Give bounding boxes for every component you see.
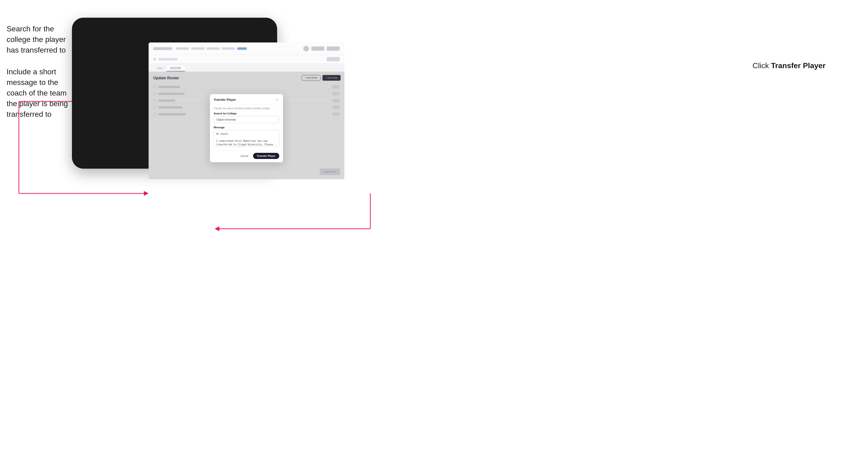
cancel-button[interactable]: Cancel xyxy=(238,153,250,159)
breadcrumb xyxy=(158,58,177,60)
college-search-input[interactable] xyxy=(214,116,279,123)
annotation-transfer-text: Transfer Player xyxy=(771,61,826,70)
modal-footer: Cancel Transfer Player xyxy=(210,150,283,162)
user-avatar xyxy=(303,46,309,52)
main-content: Update Roster + Add Athlete + Link Roste… xyxy=(149,72,344,179)
svg-marker-4 xyxy=(144,191,149,196)
annotation-right: Click Transfer Player xyxy=(753,61,826,70)
sub-header xyxy=(149,55,344,64)
modal-body: Transfer the player and their profile to… xyxy=(210,104,283,150)
nav-team xyxy=(191,48,204,50)
tablet-screen: View ROSTER Update Roster + Add Athlete … xyxy=(149,42,344,179)
transfer-player-button[interactable]: Transfer Player xyxy=(253,153,280,159)
order-btn xyxy=(327,57,340,61)
message-label: Message xyxy=(214,126,279,129)
message-textarea[interactable]: Hi Coach, I understand Chris Robertson h… xyxy=(214,130,279,147)
annotation-left: Search for the college the player has tr… xyxy=(7,24,73,131)
annotation-search-text: Search for the college the player has tr… xyxy=(7,24,73,55)
college-label: Search for College xyxy=(214,112,279,115)
header-nav xyxy=(176,48,247,50)
back-icon xyxy=(153,58,156,60)
app-logo xyxy=(153,47,172,50)
save-draft-btn xyxy=(311,46,324,51)
settings-btn xyxy=(327,46,340,51)
modal-overlay: Transfer Player × Transfer the player an… xyxy=(149,72,344,179)
tablet-frame: View ROSTER Update Roster + Add Athlete … xyxy=(72,18,277,168)
nav-roster xyxy=(207,48,220,50)
modal-subtitle: Transfer the player and their profile to… xyxy=(214,107,279,110)
app-header xyxy=(149,42,344,55)
close-icon[interactable]: × xyxy=(275,97,279,102)
nav-community xyxy=(176,48,189,50)
header-right xyxy=(303,46,340,52)
modal-header: Transfer Player × xyxy=(210,94,283,104)
nav-active xyxy=(237,48,247,50)
modal-title: Transfer Player xyxy=(214,98,236,101)
tab-bar: View ROSTER xyxy=(149,64,344,72)
transfer-player-modal: Transfer Player × Transfer the player an… xyxy=(210,94,283,162)
tab-view: View xyxy=(153,65,166,71)
annotation-click-text: Click xyxy=(753,61,769,70)
tab-roster: ROSTER xyxy=(166,65,185,71)
nav-more xyxy=(222,48,235,50)
annotation-message-text: Include a short message to the coach of … xyxy=(7,66,73,119)
svg-marker-7 xyxy=(215,226,219,231)
